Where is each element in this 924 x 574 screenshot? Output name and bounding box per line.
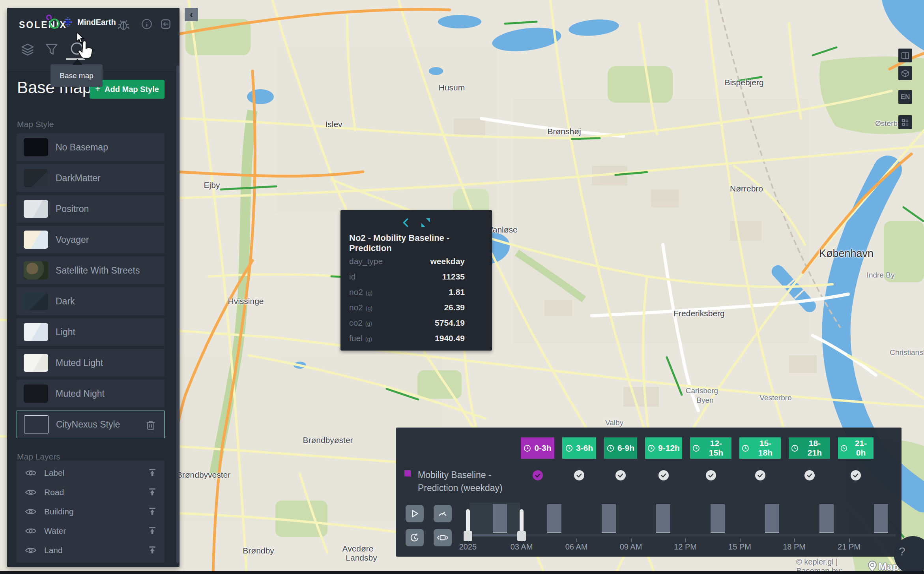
tab-layers[interactable] — [21, 43, 35, 58]
eye-visible-icon[interactable] — [25, 469, 36, 477]
time-range-checkbox-15-18h[interactable] — [755, 470, 765, 480]
popup-attribute-row: day_typeweekday — [349, 253, 483, 269]
map-style-option[interactable]: CityNexus Style — [17, 411, 165, 438]
tab-filters[interactable] — [45, 43, 58, 58]
eye-visible-icon[interactable] — [25, 488, 36, 496]
move-layer-top-icon[interactable] — [148, 546, 157, 554]
time-range-cell: 12-15h — [690, 437, 731, 480]
popup-toolbar — [340, 218, 492, 227]
map-style-option[interactable]: Positron — [17, 195, 165, 223]
move-layer-top-icon[interactable] — [148, 488, 157, 496]
map-style-option[interactable]: Satellite With Streets — [17, 257, 165, 284]
map-style-option[interactable]: Muted Light — [17, 349, 165, 377]
style-thumbnail — [24, 261, 48, 279]
timeline-handle-start-grip[interactable] — [464, 531, 472, 541]
layer-label: Label — [44, 468, 64, 478]
map-place-label: Landsby — [346, 553, 377, 563]
popup-back-icon[interactable] — [402, 218, 409, 227]
map-place-label: Husum — [439, 83, 465, 92]
popup-attribute-row: no2(g)26.39 — [349, 300, 483, 315]
side-panel: SOLENIX MindEarth — [7, 8, 180, 567]
style-label: Voyager — [56, 234, 89, 245]
eye-visible-icon[interactable] — [25, 546, 36, 554]
check-icon — [660, 472, 667, 479]
speed-button[interactable] — [434, 505, 452, 522]
time-range-checkbox-0-3h[interactable] — [533, 470, 543, 480]
move-layer-top-icon[interactable] — [148, 526, 157, 535]
map-layer-row: Road — [17, 482, 165, 502]
time-range-button-15-18h[interactable]: 15-18h — [739, 437, 781, 459]
time-range-checkbox-3-6h[interactable] — [574, 470, 584, 480]
map-style-option[interactable]: No Basemap — [17, 133, 165, 161]
move-layer-top-icon[interactable] — [148, 507, 157, 516]
reset-clock-icon — [410, 533, 420, 543]
split-map-button[interactable] — [898, 49, 912, 62]
time-range-checkbox-9-12h[interactable] — [658, 470, 669, 480]
map-style-option[interactable]: Voyager — [17, 226, 165, 253]
axis-tick-label: 21 PM — [838, 542, 860, 551]
check-icon — [757, 472, 764, 479]
map-place-label: Hvissinge — [228, 296, 264, 306]
legend-label: Mobility Baseline - Prediction (weekday) — [418, 469, 503, 495]
tab-basemap[interactable] — [69, 41, 84, 58]
clock-icon — [524, 445, 531, 452]
style-label: No Basemap — [56, 142, 108, 153]
exit-app-icon[interactable] — [160, 18, 172, 32]
sidebar-scrollbar[interactable] — [176, 65, 179, 563]
time-range-button-12-15h[interactable]: 12-15h — [690, 437, 731, 459]
style-thumbnail — [24, 292, 48, 310]
map-style-list: No BasemapDarkMatterPositronVoyagerSatel… — [17, 133, 165, 441]
time-range-button-9-12h[interactable]: 9-12h — [645, 437, 682, 459]
side-panel-header: SOLENIX MindEarth — [7, 8, 180, 71]
time-range-checkbox-21-0h[interactable] — [851, 470, 861, 480]
axis-tick — [631, 538, 632, 542]
style-thumbnail — [24, 138, 48, 156]
time-range-button-6-9h[interactable]: 6-9h — [604, 437, 637, 459]
anim-window-button[interactable] — [434, 529, 452, 546]
info-icon[interactable] — [141, 18, 153, 32]
time-range-button-21-0h[interactable]: 21-0h — [838, 437, 873, 459]
map-style-option[interactable]: Light — [17, 318, 165, 346]
timeline-track[interactable] — [468, 534, 896, 536]
map-place-label: Vanløse — [488, 225, 517, 234]
map-layers-section-label: Map Layers — [17, 452, 60, 461]
toggle-3d-button[interactable] — [898, 66, 912, 80]
collapse-sidebar-button[interactable]: ‹ — [185, 8, 198, 21]
map-place-label: Valby — [605, 418, 623, 427]
axis-tick-label: 2025 — [459, 542, 477, 551]
style-label: Muted Night — [56, 388, 105, 399]
check-icon — [852, 472, 859, 479]
help-question-mark: ? — [899, 545, 905, 558]
legend-button[interactable] — [898, 115, 912, 129]
map-place-label: Carlsberg — [686, 386, 718, 395]
time-range-checkbox-18-21h[interactable] — [804, 470, 815, 480]
eye-visible-icon[interactable] — [25, 527, 36, 535]
move-layer-top-icon[interactable] — [148, 468, 157, 477]
time-range-cell: 21-0h — [838, 437, 873, 480]
basemap-tab-tooltip: Base map — [51, 64, 103, 87]
bug-report-icon[interactable] — [117, 18, 130, 32]
play-button[interactable] — [406, 505, 424, 522]
time-range-button-18-21h[interactable]: 18-21h — [789, 437, 830, 459]
popup-pin-move-icon[interactable] — [421, 218, 430, 227]
map-place-label: Brøndbyøster — [303, 435, 353, 445]
histogram-bar — [493, 504, 507, 533]
delete-style-icon[interactable] — [146, 420, 155, 430]
time-range-checkbox-12-15h[interactable] — [706, 470, 716, 480]
eye-visible-icon[interactable] — [25, 508, 36, 516]
feature-info-popup: No2 - Mobility Baseline - Prediction day… — [340, 210, 492, 351]
timeline-handle-end-grip[interactable] — [517, 531, 526, 541]
axis-tick — [740, 538, 741, 542]
time-range-cell: 3-6h — [562, 437, 596, 480]
reset-animation-button[interactable] — [406, 529, 424, 546]
time-range-checkbox-6-9h[interactable] — [615, 470, 626, 480]
map-style-option[interactable]: Dark — [17, 287, 165, 315]
map-layer-row: Water — [17, 521, 165, 540]
language-button[interactable]: EN — [898, 90, 912, 104]
time-range-button-0-3h[interactable]: 0-3h — [521, 437, 554, 459]
style-thumbnail — [24, 231, 48, 249]
map-place-label: Byen — [696, 396, 713, 405]
map-style-option[interactable]: Muted Night — [17, 380, 165, 407]
map-style-option[interactable]: DarkMatter — [17, 164, 165, 192]
time-range-button-3-6h[interactable]: 3-6h — [562, 437, 596, 459]
